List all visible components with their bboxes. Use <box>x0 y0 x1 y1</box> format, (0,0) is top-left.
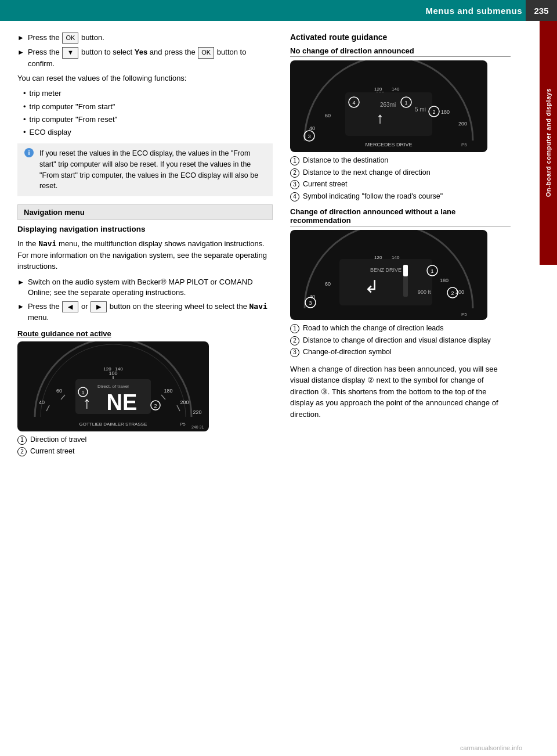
svg-text:60: 60 <box>325 281 331 287</box>
cc-num-1: 1 <box>290 324 299 333</box>
svg-text:3: 3 <box>308 134 310 139</box>
svg-text:120: 120 <box>374 87 382 92</box>
svg-text:200: 200 <box>180 399 189 405</box>
cluster-svg-no-change: 40 60 80 100 120 140 160 180 200 263mi ↑… <box>290 60 487 152</box>
arrow-icon-1: ► <box>17 33 24 43</box>
side-tab: On-board computer and displays <box>540 21 557 265</box>
header-title: Menus and submenus <box>425 6 522 16</box>
reset-item-label-4: ECO display <box>30 127 71 138</box>
nc-num-2: 2 <box>290 168 299 178</box>
arrow-icon-2: ► <box>17 48 24 57</box>
svg-text:P5: P5 <box>461 142 467 147</box>
cc-num-3: 3 <box>290 348 299 357</box>
svg-text:3: 3 <box>309 300 312 306</box>
svg-rect-67 <box>403 265 408 276</box>
no-change-caption-2: 2 Distance to the next change of directi… <box>290 168 511 178</box>
navi-word-2: Navi <box>249 302 267 311</box>
reset-item-2: • trip computer "From start" <box>17 102 273 112</box>
svg-text:60: 60 <box>325 113 331 118</box>
change-direction-heading: Change of direction announced without a … <box>290 207 511 226</box>
cc-text-1: Road to which the change of direction le… <box>303 323 444 334</box>
change-caption-3: 3 Change-of-direction symbol <box>290 347 511 358</box>
bullet4-text: Press the ◀ or ▶ button on the steering … <box>28 301 273 323</box>
no-change-captions: 1 Distance to the destination 2 Distance… <box>290 156 511 201</box>
activated-route-heading: Activated route guidance <box>290 33 511 42</box>
route-not-active-heading: Route guidance not active <box>17 329 273 338</box>
reset-item-label-1: trip meter <box>30 88 62 99</box>
svg-text:P5: P5 <box>180 422 186 427</box>
nav-menu-label: Navigation menu <box>24 208 85 217</box>
svg-text:180: 180 <box>440 278 449 283</box>
svg-text:240 31: 240 31 <box>191 425 204 429</box>
caption-num-2: 2 <box>17 447 27 456</box>
nc-num-1: 1 <box>290 156 299 165</box>
nav-menu-box: Navigation menu <box>17 204 273 220</box>
svg-text:↑: ↑ <box>377 109 384 127</box>
arrow-icon-4: ► <box>17 302 24 312</box>
change-caption-2: 2 Distance to change of direction and vi… <box>290 336 511 346</box>
cluster-route-not-active: 40 60 80 100 120 140 160 180 200 220 Dir… <box>17 341 273 431</box>
svg-text:NE: NE <box>107 390 138 415</box>
svg-text:1: 1 <box>404 100 407 106</box>
right-button-inline: ▶ <box>91 301 107 312</box>
navi-para: In the Navi menu, the multifunction disp… <box>17 238 273 272</box>
reset-item-3: • trip computer "From reset" <box>17 114 273 125</box>
bullet-ok-button: ► Press the OK button. <box>17 33 273 44</box>
page-number: 235 <box>526 0 557 21</box>
dot-icon-1: • <box>23 88 26 99</box>
info-text: If you reset the values in the ECO displ… <box>39 148 266 192</box>
main-content: ► Press the OK button. ► Press the ▼ but… <box>0 21 557 474</box>
svg-text:140: 140 <box>392 87 400 92</box>
navi-word-1: Navi <box>38 239 56 248</box>
svg-text:180: 180 <box>164 388 172 394</box>
dot-icon-2: • <box>23 102 26 112</box>
nc-text-3: Current street <box>303 179 347 190</box>
side-tab-text: On-board computer and displays <box>545 88 552 197</box>
change-caption-1: 1 Road to which the change of direction … <box>290 323 511 334</box>
no-change-caption-4: 4 Symbol indicating "follow the road's c… <box>290 192 511 202</box>
nc-num-4: 4 <box>290 192 299 201</box>
caption-route-1: 1 Direction of travel <box>17 435 273 445</box>
closing-para: When a change of direction has been anno… <box>290 363 511 420</box>
svg-rect-63 <box>339 259 432 305</box>
svg-text:1: 1 <box>431 268 433 274</box>
cluster-svg-change: 40 60 80 100 120 140 160 180 200 BENZ DR… <box>290 230 487 320</box>
reset-intro: You can reset the values of the followin… <box>17 73 273 84</box>
bullet-switch-audio: ► Switch on the audio system with Becker… <box>17 277 273 298</box>
svg-text:180: 180 <box>441 109 450 115</box>
displaying-nav-heading: Displaying navigation instructions <box>17 225 273 233</box>
cc-num-2: 2 <box>290 336 299 345</box>
nc-text-2: Distance to the next change of direction <box>303 168 431 178</box>
reset-item-4: • ECO display <box>17 127 273 138</box>
svg-text:220: 220 <box>193 409 201 415</box>
bullet1-text: Press the OK button. <box>28 33 273 44</box>
cluster-svg-1: 40 60 80 100 120 140 160 180 200 220 Dir… <box>17 341 209 431</box>
left-column: ► Press the OK button. ► Press the ▼ but… <box>0 33 284 463</box>
svg-text:MERCEDES DRIVE: MERCEDES DRIVE <box>365 142 412 147</box>
ok-button-inline-1: OK <box>62 33 78 44</box>
arrow-icon-3: ► <box>17 278 24 287</box>
cc-text-2: Distance to change of direction and visu… <box>303 336 491 346</box>
svg-text:1: 1 <box>81 390 84 395</box>
info-box: i If you reset the values in the ECO dis… <box>17 143 273 196</box>
dot-icon-4: • <box>23 127 26 138</box>
right-column: Activated route guidance No change of di… <box>284 33 540 463</box>
svg-text:2: 2 <box>432 109 435 115</box>
no-change-caption-3: 3 Current street <box>290 179 511 190</box>
nc-text-4: Symbol indicating "follow the road's cou… <box>303 192 443 202</box>
caption-text-2: Current street <box>30 447 74 457</box>
svg-text:900 ft: 900 ft <box>418 289 431 295</box>
no-change-heading: No change of direction announced <box>290 46 511 57</box>
reset-item-label-3: trip computer "From reset" <box>30 114 118 125</box>
cc-text-3: Change-of-direction symbol <box>303 347 392 358</box>
svg-text:120: 120 <box>103 366 111 372</box>
svg-text:Direct. of travel: Direct. of travel <box>97 384 129 389</box>
reset-item-1: • trip meter <box>17 88 273 99</box>
svg-text:200: 200 <box>458 121 467 127</box>
svg-text:60: 60 <box>56 388 62 394</box>
svg-text:140: 140 <box>115 366 123 372</box>
nc-num-3: 3 <box>290 180 299 189</box>
bullet2-text: Press the ▼ button to select Yes and pre… <box>28 47 273 69</box>
watermark: carmanualsonline.info <box>460 744 522 751</box>
change-dir-captions: 1 Road to which the change of direction … <box>290 323 511 358</box>
